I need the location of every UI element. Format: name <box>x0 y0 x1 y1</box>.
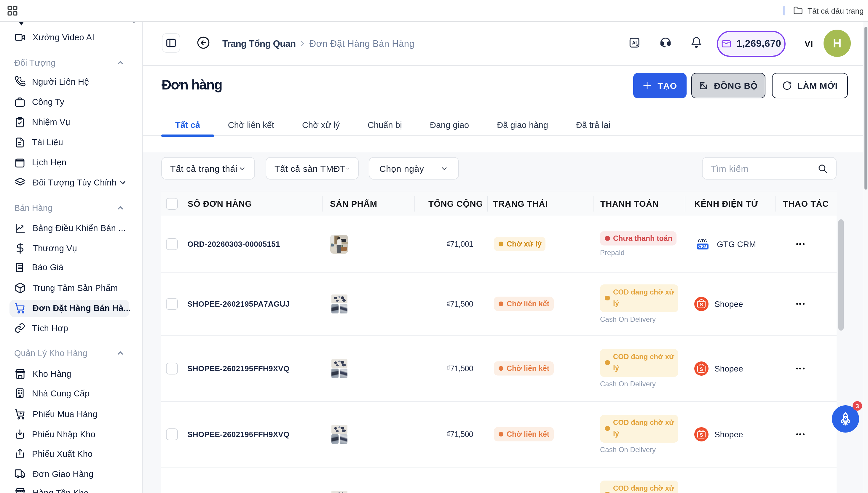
svg-text:AI: AI <box>632 40 637 45</box>
